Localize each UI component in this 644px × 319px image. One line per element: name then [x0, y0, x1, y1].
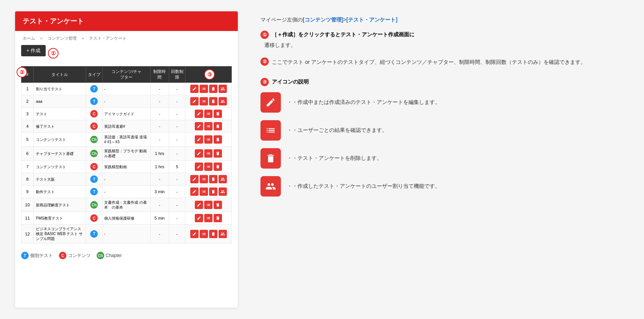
cell-limit: -	[169, 108, 185, 120]
cell-title: PMS教育テスト	[34, 212, 86, 225]
cell-limit: -	[169, 133, 185, 147]
list-button[interactable]	[204, 214, 213, 222]
list-button[interactable]	[204, 122, 213, 130]
section-step2: ② ここでテスト or アンケートのテストタイプ、紐づくコンテンツ／チャプター、…	[260, 57, 625, 70]
assign-button[interactable]	[219, 187, 227, 196]
delete-button[interactable]	[209, 187, 217, 196]
cell-content: 英語耳逃避#	[102, 120, 150, 133]
cell-content: 英語篇：英語耳逃場 道場# #1～#3	[102, 133, 150, 147]
icon-delete-explain: ・・テスト・アンケートを削除します。	[260, 148, 625, 169]
delete-button[interactable]	[209, 85, 217, 93]
step3-text: アイコンの説明	[272, 79, 309, 85]
delete-button[interactable]	[214, 122, 222, 130]
cell-content: アイマックガイド	[102, 108, 150, 120]
breadcrumb: ホーム ＞ コンテンツ管理 ＞ テスト・アンケート	[21, 36, 232, 41]
assign-button[interactable]	[219, 230, 227, 238]
edit-button[interactable]	[190, 187, 199, 196]
delete-button[interactable]	[209, 230, 217, 238]
cell-content: -	[102, 225, 150, 243]
icon4-desc: ・・作成したテスト・アンケートのユーザー割り当て機能です。	[287, 182, 440, 190]
legend-ch-label: Chapter	[106, 253, 122, 258]
cell-type: T	[86, 186, 103, 198]
edit-button[interactable]	[190, 97, 199, 105]
cell-actions	[185, 173, 232, 186]
edit-button[interactable]	[195, 122, 203, 130]
edit-button[interactable]	[195, 135, 203, 144]
icon-assign-explain: ・・作成したテスト・アンケートのユーザー割り当て機能です。	[260, 176, 625, 197]
cell-limit: -	[169, 83, 185, 95]
edit-button[interactable]	[195, 149, 203, 158]
edit-button[interactable]	[190, 175, 199, 183]
assign-button[interactable]	[219, 97, 227, 105]
step1-sub: 遷移します。	[260, 40, 625, 50]
list-button[interactable]	[204, 135, 213, 144]
step1-num: ①	[260, 31, 269, 39]
delete-button[interactable]	[214, 214, 222, 222]
cell-actions	[185, 83, 232, 95]
cell-limit: 5	[169, 161, 185, 173]
delete-button[interactable]	[209, 97, 217, 105]
list-button[interactable]	[200, 230, 208, 238]
delete-button[interactable]	[209, 175, 217, 183]
edit-button[interactable]	[195, 214, 203, 222]
list-button[interactable]	[200, 97, 208, 105]
cell-title: チャプターテスト基礎	[34, 147, 86, 161]
delete-button[interactable]	[214, 149, 222, 158]
cell-actions	[185, 108, 232, 120]
cell-limit: -	[169, 95, 185, 108]
cell-content: 実践模型：プラモデ 動画 ル基礎	[102, 147, 150, 161]
edit-button[interactable]	[190, 230, 199, 238]
cell-title: テスト大阪	[34, 173, 86, 186]
create-button[interactable]: + 作成	[21, 45, 46, 56]
cell-actions	[185, 120, 232, 133]
table-row: 1割り当てテストT---	[22, 83, 232, 95]
cell-type: T	[86, 83, 103, 95]
step2-num: ②	[260, 57, 269, 66]
left-panel: テスト・アンケート ホーム ＞ コンテンツ管理 ＞ テスト・アンケート + 作成…	[15, 11, 238, 308]
cell-content: 文書作成：文書作成 の基本 の基本	[102, 198, 150, 212]
assign-button[interactable]	[219, 85, 227, 93]
edit-button[interactable]	[195, 163, 203, 171]
col-content: コンテンツ/チャプター	[102, 67, 150, 83]
delete-button[interactable]	[214, 163, 222, 171]
cell-num: 8	[22, 173, 34, 186]
delete-button[interactable]	[214, 135, 222, 144]
cell-title: コンテンツテスト	[34, 133, 86, 147]
list-button[interactable]	[200, 187, 208, 196]
col-type: タイプ	[86, 67, 103, 83]
cell-actions	[185, 225, 232, 243]
delete-button[interactable]	[214, 110, 222, 118]
cell-content: 実践模型動画	[102, 161, 150, 173]
step2-badge: ②	[17, 67, 27, 77]
cell-time: -	[151, 133, 169, 147]
cell-time: 5 min	[151, 212, 169, 225]
list-button[interactable]	[204, 149, 213, 158]
cell-num: 10	[22, 198, 34, 212]
legend-t-badge: T	[21, 252, 29, 259]
col-title: タイトル	[34, 67, 86, 83]
legend-chapter: Ch Chapter	[97, 252, 122, 259]
edit-button[interactable]	[195, 201, 203, 209]
edit-button[interactable]	[195, 110, 203, 118]
table-row: 8テスト大阪T---	[22, 173, 232, 186]
step1-text: ［＋作成］をクリックするとテスト・アンケート作成画面に	[272, 31, 414, 38]
section-step3: ③ アイコンの説明 ・・作成中または作成済みのテスト・アンケートを編集します。 …	[260, 78, 625, 197]
icon-edit-explain: ・・作成中または作成済みのテスト・アンケートを編集します。	[260, 92, 625, 113]
panel-body: ホーム ＞ コンテンツ管理 ＞ テスト・アンケート + 作成 ① ② # タイト…	[15, 31, 238, 248]
list-button[interactable]	[204, 201, 213, 209]
delete-icon-big	[260, 148, 281, 169]
list-button[interactable]	[200, 85, 208, 93]
assign-button[interactable]	[219, 175, 227, 183]
list-button[interactable]	[200, 175, 208, 183]
cell-time: -	[151, 198, 169, 212]
list-button[interactable]	[204, 110, 213, 118]
table-row: 5コンテンツテストCh英語篇：英語耳逃場 道場# #1～#3--	[22, 133, 232, 147]
list-button[interactable]	[204, 163, 213, 171]
delete-button[interactable]	[214, 201, 222, 209]
cell-actions	[185, 95, 232, 108]
cell-content: -	[102, 83, 150, 95]
cell-type: C	[86, 108, 103, 120]
table-row: 4修了テストC英語耳逃避#--	[22, 120, 232, 133]
edit-button[interactable]	[190, 85, 199, 93]
link-content-mgmt: [コンテンツ管理]	[303, 17, 343, 23]
